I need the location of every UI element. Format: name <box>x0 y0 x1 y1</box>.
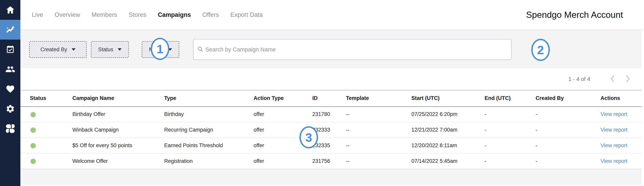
tab-export-data[interactable]: Export Data <box>230 11 263 18</box>
start-utc-cell: 12/20/2022 6:11am <box>412 138 484 153</box>
view-report-link[interactable]: View report <box>600 127 628 133</box>
table-header-row: Status Campaign Name Type Action Type ID… <box>20 90 642 106</box>
created-by-cell: - <box>536 122 600 138</box>
end-utc-cell: - <box>484 153 536 169</box>
table-row: Birthday Offer Birthday offer 231780 -- … <box>20 106 642 122</box>
status-active-dot <box>30 143 36 148</box>
action-type-cell: offer <box>254 106 312 122</box>
search-icon <box>197 46 203 53</box>
start-utc-cell: 12/21/2022 7:00am <box>412 122 484 138</box>
sidebar-item-settings[interactable] <box>0 99 20 119</box>
search-input[interactable] <box>205 46 511 53</box>
template-cell: -- <box>346 122 412 138</box>
sidebar <box>0 0 20 186</box>
tab-stores[interactable]: Stores <box>128 11 146 18</box>
column-header-action-type: Action Type <box>254 90 312 106</box>
type-cell: Recurring Campaign <box>164 122 254 138</box>
end-utc-cell: - <box>484 138 536 153</box>
previous-page-chevron-icon[interactable] <box>610 75 615 83</box>
sidebar-item-calendar[interactable] <box>0 40 20 59</box>
spendgo-logo-icon <box>6 124 15 133</box>
column-header-id: ID <box>312 90 346 106</box>
column-header-campaign-name: Campaign Name <box>72 90 164 106</box>
status-active-dot <box>30 159 36 164</box>
nav-tabs: Live Overview Members Stores Campaigns O… <box>32 11 263 18</box>
calendar-check-icon <box>6 45 15 54</box>
view-report-link[interactable]: View report <box>600 158 628 164</box>
tab-members[interactable]: Members <box>92 11 117 18</box>
top-navigation-bar: Live Overview Members Stores Campaigns O… <box>20 0 644 30</box>
campaign-name-cell: Winback Campaign <box>72 122 164 138</box>
tab-live[interactable]: Live <box>32 11 43 18</box>
column-header-created-by: Created By <box>536 90 600 106</box>
type-cell: Earned Points Threshold <box>164 138 254 153</box>
table-row: Winback Campaign Recurring Campaign offe… <box>20 122 642 138</box>
column-header-end-utc: End (UTC) <box>484 90 536 106</box>
annotation-circle-2: 2 <box>531 39 550 61</box>
created-by-cell: - <box>536 153 600 169</box>
sidebar-item-trends[interactable] <box>0 20 20 40</box>
main-area: Live Overview Members Stores Campaigns O… <box>20 0 644 186</box>
next-page-chevron-icon[interactable] <box>626 75 630 83</box>
campaigns-table: Status Campaign Name Type Action Type ID… <box>20 90 642 169</box>
end-utc-cell: - <box>484 106 536 122</box>
column-header-type: Type <box>164 90 254 106</box>
template-cell: -- <box>346 106 412 122</box>
template-cell: -- <box>346 153 412 169</box>
annotation-circle-1: 1 <box>151 38 169 60</box>
campaign-name-cell: $5 Off for every 50 points <box>72 138 164 153</box>
created-by-cell: - <box>536 106 600 122</box>
table-row: $5 Off for every 50 points Earned Points… <box>20 138 642 153</box>
status-filter-dropdown[interactable]: Status <box>91 41 129 58</box>
sidebar-item-apps[interactable] <box>0 119 20 138</box>
tab-campaigns[interactable]: Campaigns <box>158 11 191 18</box>
campaign-name-cell: Welcome Offer <box>72 153 164 169</box>
action-type-cell: offer <box>254 153 312 169</box>
account-title: Spendgo Merch Account <box>526 10 623 20</box>
pagination-range-text: 1 - 4 of 4 <box>568 76 590 82</box>
status-active-dot <box>30 128 36 133</box>
template-cell: -- <box>346 138 412 153</box>
sidebar-item-members[interactable] <box>0 59 20 79</box>
type-cell: Registration <box>164 153 254 169</box>
start-utc-cell: 07/14/2022 5:45am <box>412 153 484 169</box>
campaign-name-cell: Birthday Offer <box>72 106 164 122</box>
view-report-link[interactable]: View report <box>600 142 628 148</box>
table-row: Welcome Offer Registration offer 231756 … <box>20 153 642 169</box>
chevron-down-icon <box>118 48 122 51</box>
view-report-link[interactable]: View report <box>600 111 628 117</box>
campaign-search-box[interactable] <box>193 39 512 60</box>
pagination-bar: 1 - 4 of 4 <box>20 68 644 90</box>
created-by-cell: - <box>536 138 600 153</box>
trends-sparkline-icon <box>6 25 15 34</box>
annotation-circle-3: 3 <box>300 126 318 148</box>
created-by-filter-dropdown[interactable]: Created By <box>29 41 87 58</box>
end-utc-cell: - <box>484 122 536 138</box>
sidebar-item-home[interactable] <box>0 0 20 20</box>
home-icon <box>6 5 15 14</box>
sidebar-item-loyalty[interactable] <box>0 79 20 99</box>
id-cell: 231780 <box>312 106 346 122</box>
status-filter-label: Status <box>98 46 113 53</box>
members-group-icon <box>5 64 15 74</box>
column-header-status: Status <box>20 90 72 106</box>
created-by-filter-label: Created By <box>40 46 67 53</box>
id-cell: 231756 <box>312 153 346 169</box>
tab-offers[interactable]: Offers <box>202 11 219 18</box>
footer-band <box>20 169 642 185</box>
chevron-down-icon <box>72 48 76 51</box>
loyalty-heart-icon <box>6 84 15 94</box>
column-header-template: Template <box>346 90 412 106</box>
start-utc-cell: 07/25/2022 6:20pm <box>412 106 484 122</box>
column-header-start-utc: Start (UTC) <box>412 90 484 106</box>
settings-gear-icon <box>6 104 15 114</box>
type-cell: Birthday <box>164 106 254 122</box>
tab-overview[interactable]: Overview <box>54 11 80 18</box>
status-active-dot <box>30 112 36 117</box>
column-header-actions: Actions <box>600 90 642 106</box>
